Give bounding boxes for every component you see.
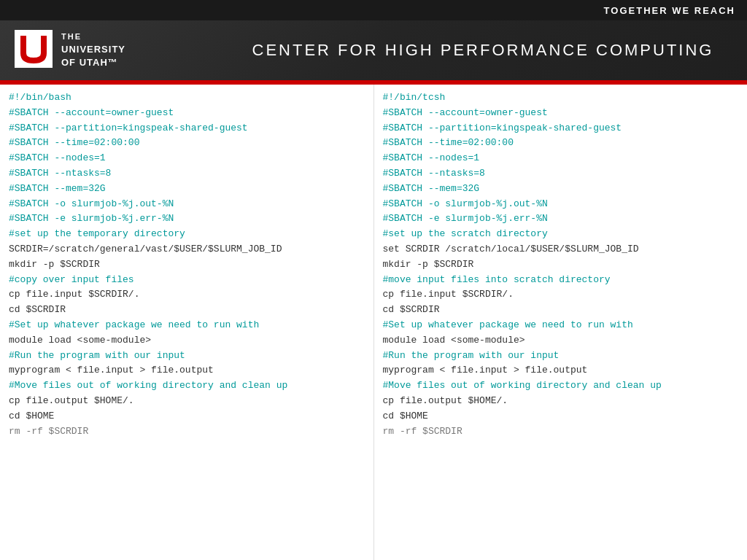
right-line-17: #Set up whatever package we need to run … — [383, 318, 739, 333]
right-line-24: cp file.output $HOME/. — [383, 394, 739, 409]
right-line-9: #set up the scratch directory — [383, 227, 739, 242]
left-line-17: #Set up whatever package we need to run … — [9, 318, 365, 333]
left-line-24: cp file.output $HOME/. — [9, 394, 365, 409]
right-line-18: module load <some-module> — [383, 333, 739, 349]
right-line-11: mkdir -p $SCRDIR — [383, 257, 739, 273]
left-line-15: cd $SCRDIR — [9, 303, 365, 318]
right-line-23: #Move files out of working directory and… — [383, 378, 739, 394]
right-line-21: myprogram < file.input > file.output — [383, 363, 739, 378]
university-logo — [15, 30, 53, 71]
left-line-6: #SBATCH --mem=32G — [9, 182, 365, 197]
left-line-0: #!/bin/bash — [9, 90, 365, 106]
right-line-8: #SBATCH -e slurmjob-%j.err-%N — [383, 211, 739, 227]
right-line-7: #SBATCH -o slurmjob-%j.out-%N — [383, 197, 739, 212]
tagline: TOGETHER WE REACH — [604, 5, 735, 16]
right-line-15: cd $SCRDIR — [383, 303, 739, 318]
logo-the: THE — [61, 31, 125, 42]
left-line-1: #SBATCH --account=owner-guest — [9, 106, 365, 121]
page-title: CENTER FOR HIGH PERFORMANCE COMPUTING — [219, 41, 747, 60]
right-code-panel: #!/bin/tcsh#SBATCH --account=owner-guest… — [374, 85, 748, 560]
right-line-6: #SBATCH --mem=32G — [383, 182, 739, 197]
right-line-3: #SBATCH --time=02:00:00 — [383, 136, 739, 151]
left-line-11: mkdir -p $SCRDIR — [9, 257, 365, 273]
left-line-3: #SBATCH --time=02:00:00 — [9, 136, 365, 151]
left-code-panel: #!/bin/bash#SBATCH --account=owner-guest… — [0, 85, 374, 560]
right-line-27: rm -rf $SCRDIR — [383, 424, 739, 440]
left-line-4: #SBATCH --nodes=1 — [9, 151, 365, 166]
left-line-20: #Run the program with our input — [9, 349, 365, 364]
right-line-4: #SBATCH --nodes=1 — [383, 151, 739, 166]
left-line-21: myprogram < file.input > file.output — [9, 363, 365, 378]
left-line-10: SCRDIR=/scratch/general/vast/$USER/$SLUR… — [9, 242, 365, 257]
right-line-14: cp file.input $SCRDIR/. — [383, 287, 739, 303]
left-line-18: module load <some-module> — [9, 333, 365, 349]
left-line-27: rm -rf $SCRDIR — [9, 424, 365, 440]
left-line-23: #Move files out of working directory and… — [9, 378, 365, 394]
left-line-7: #SBATCH -o slurmjob-%j.out-%N — [9, 197, 365, 212]
right-line-2: #SBATCH --partition=kingspeak-shared-gue… — [383, 121, 739, 136]
right-line-25: cd $HOME — [383, 409, 739, 424]
code-area: #!/bin/bash#SBATCH --account=owner-guest… — [0, 85, 747, 560]
right-line-13: #move input files into scratch directory — [383, 273, 739, 288]
left-line-9: #set up the temporary directory — [9, 227, 365, 242]
right-line-1: #SBATCH --account=owner-guest — [383, 106, 739, 121]
left-line-5: #SBATCH --ntasks=8 — [9, 166, 365, 182]
left-line-2: #SBATCH --partition=kingspeak-shared-gue… — [9, 121, 365, 136]
right-line-5: #SBATCH --ntasks=8 — [383, 166, 739, 182]
left-line-25: cd $HOME — [9, 409, 365, 424]
left-line-13: #copy over input files — [9, 273, 365, 288]
header: THE UNIVERSITY OF UTAH™ CENTER FOR HIGH … — [0, 20, 747, 80]
logo-university: UNIVERSITY — [61, 43, 125, 56]
logo-text: THE UNIVERSITY OF UTAH™ — [61, 31, 125, 69]
left-line-8: #SBATCH -e slurmjob-%j.err-%N — [9, 211, 365, 227]
header-logo: THE UNIVERSITY OF UTAH™ — [0, 30, 219, 71]
right-line-0: #!/bin/tcsh — [383, 90, 739, 106]
logo-of-utah: OF UTAH™ — [61, 56, 125, 69]
right-line-10: set SCRDIR /scratch/local/$USER/$SLURM_J… — [383, 242, 739, 257]
right-line-20: #Run the program with our input — [383, 349, 739, 364]
left-line-14: cp file.input $SCRDIR/. — [9, 287, 365, 303]
top-bar: TOGETHER WE REACH — [0, 0, 747, 20]
